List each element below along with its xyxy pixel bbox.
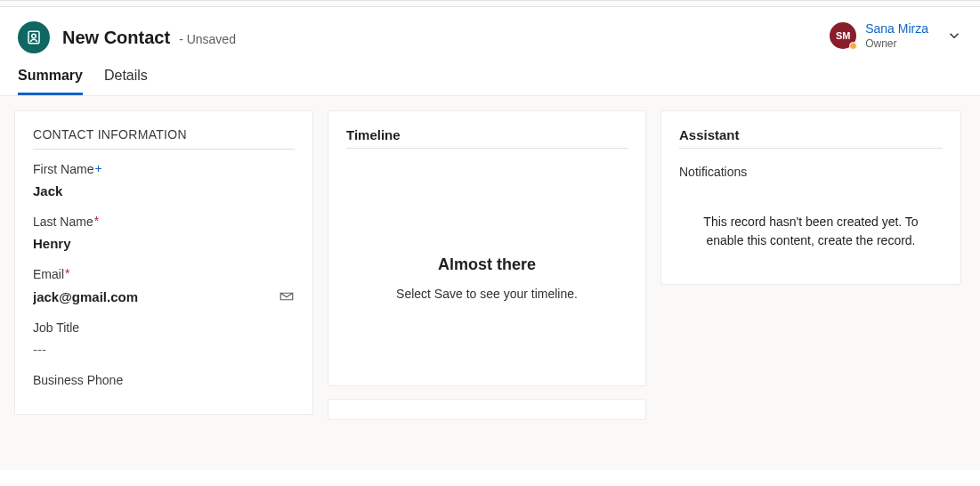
timeline-subtext: Select Save to see your timeline. xyxy=(396,287,578,301)
tab-details[interactable]: Details xyxy=(104,61,148,95)
job-title-input[interactable] xyxy=(33,342,295,357)
window-top-border xyxy=(0,0,980,7)
first-name-label: First Name+ xyxy=(33,162,295,176)
job-title-label: Job Title xyxy=(33,320,295,335)
recommended-indicator: + xyxy=(94,162,101,174)
middle-column: Timeline Almost there Select Save to see… xyxy=(328,110,646,420)
page-title: New Contact xyxy=(62,28,170,48)
tab-summary[interactable]: Summary xyxy=(18,61,83,95)
timeline-empty-panel xyxy=(328,399,646,420)
field-first-name: First Name+ xyxy=(33,162,295,204)
envelope-icon[interactable] xyxy=(279,288,295,304)
business-phone-label: Business Phone xyxy=(33,373,295,387)
notifications-label: Notifications xyxy=(679,165,943,179)
svg-point-1 xyxy=(32,34,36,38)
field-job-title: Job Title xyxy=(33,320,295,362)
last-name-label: Last Name* xyxy=(33,215,295,229)
email-label: Email* xyxy=(33,267,295,281)
record-not-created-message: This record hasn't been created yet. To … xyxy=(679,213,943,250)
page-header: New Contact - Unsaved SM Sana Mirza Owne… xyxy=(0,7,980,61)
timeline-panel: Timeline Almost there Select Save to see… xyxy=(328,110,646,386)
last-name-input[interactable] xyxy=(33,236,295,251)
contact-information-panel: CONTACT INFORMATION First Name+ Last Nam… xyxy=(14,110,313,415)
header-right: SM Sana Mirza Owner xyxy=(830,21,962,51)
tabs: Summary Details xyxy=(0,61,980,96)
assistant-panel: Assistant Notifications This record hasn… xyxy=(660,110,961,285)
required-indicator: * xyxy=(94,215,99,227)
field-email: Email* xyxy=(33,267,295,310)
contact-entity-icon xyxy=(18,21,50,53)
field-business-phone: Business Phone xyxy=(33,373,295,387)
owner-name: Sana Mirza xyxy=(865,21,928,37)
owner-avatar[interactable]: SM xyxy=(830,22,856,49)
timeline-title: Timeline xyxy=(346,127,628,149)
assistant-title: Assistant xyxy=(679,127,943,149)
presence-indicator xyxy=(849,42,857,50)
avatar-initials: SM xyxy=(836,30,851,41)
email-input[interactable] xyxy=(33,289,279,304)
timeline-body: Almost there Select Save to see your tim… xyxy=(346,149,628,336)
header-left: New Contact - Unsaved xyxy=(18,21,236,53)
title-block: New Contact - Unsaved xyxy=(62,28,236,48)
required-indicator: * xyxy=(65,267,69,279)
chevron-down-icon[interactable] xyxy=(946,28,962,44)
contact-info-title: CONTACT INFORMATION xyxy=(33,127,295,150)
unsaved-indicator: - Unsaved xyxy=(179,32,236,46)
timeline-heading: Almost there xyxy=(438,255,536,274)
first-name-input[interactable] xyxy=(33,183,295,198)
field-last-name: Last Name* xyxy=(33,215,295,256)
content-area: CONTACT INFORMATION First Name+ Last Nam… xyxy=(0,96,980,470)
owner-role-label: Owner xyxy=(865,37,928,51)
owner-block[interactable]: Sana Mirza Owner xyxy=(865,21,928,51)
